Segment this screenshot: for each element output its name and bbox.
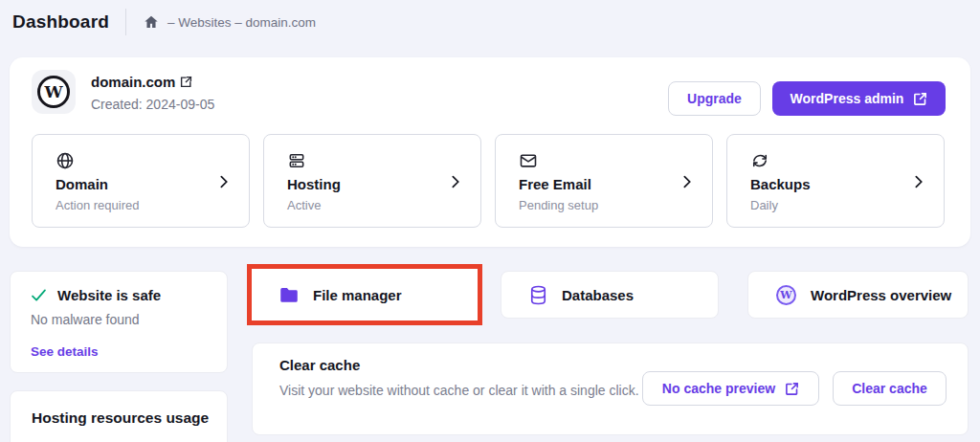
site-overview-card: W domain.com Created: 2024-09-05 Upgrade… (10, 57, 970, 247)
clear-cache-title: Clear cache (279, 357, 360, 373)
service-status: Pending setup (519, 198, 598, 212)
service-title: Hosting (287, 176, 341, 192)
globe-icon (56, 151, 75, 170)
databases-label: Databases (562, 287, 634, 303)
site-created-date: Created: 2024-09-05 (91, 97, 214, 112)
folder-icon (279, 287, 299, 303)
wordpress-logo-icon: W (37, 76, 70, 108)
service-title: Domain (56, 176, 108, 192)
mail-icon (519, 151, 538, 170)
chevron-right-icon (679, 174, 695, 189)
website-safety-card: Website is safe No malware found See det… (10, 271, 228, 373)
check-icon (31, 288, 47, 302)
chevron-right-icon (911, 174, 926, 189)
service-card-hosting[interactable]: Hosting Active (263, 134, 481, 228)
site-domain-link[interactable]: domain.com (91, 74, 175, 90)
service-card-free-email[interactable]: Free Email Pending setup (495, 134, 713, 228)
top-bar: Dashboard – Websites – domain.com (0, 0, 980, 44)
hosting-resources-card: Hosting resources usage (10, 390, 228, 442)
clear-cache-button[interactable]: Clear cache (833, 371, 947, 406)
service-title: Backups (750, 176, 811, 192)
chevron-right-icon (448, 174, 463, 189)
wordpress-admin-label: WordPress admin (791, 91, 904, 106)
site-avatar: W (32, 70, 76, 114)
breadcrumb-path: – Websites – domain.com (167, 15, 316, 30)
databases-button[interactable]: Databases (501, 271, 719, 319)
wordpress-overview-label: WordPress overview (811, 287, 951, 303)
chevron-right-icon (216, 174, 232, 189)
external-link-icon[interactable] (180, 76, 192, 88)
clear-cache-card: Clear cache Visit your website without c… (252, 343, 969, 435)
sync-icon (750, 151, 769, 170)
no-cache-preview-button[interactable]: No cache preview (642, 371, 819, 406)
clear-cache-button-label: Clear cache (852, 381, 927, 396)
clear-cache-description: Visit your website without cache or clea… (279, 379, 655, 403)
service-status: Daily (750, 198, 778, 212)
hosting-resources-title: Hosting resources usage (32, 409, 209, 427)
home-icon[interactable] (144, 14, 159, 30)
safety-status-title: Website is safe (57, 287, 161, 303)
upgrade-button-label: Upgrade (687, 91, 742, 106)
external-link-icon (785, 382, 799, 396)
file-manager-button[interactable]: File manager (253, 270, 477, 320)
page-title: Dashboard (12, 11, 109, 33)
topbar-divider (125, 9, 126, 35)
service-status: Active (287, 198, 321, 212)
upgrade-button[interactable]: Upgrade (668, 81, 761, 116)
server-icon (287, 151, 306, 170)
no-cache-preview-label: No cache preview (662, 381, 775, 396)
service-status: Action required (56, 198, 139, 212)
external-link-icon (913, 92, 927, 106)
breadcrumb[interactable]: – Websites – domain.com (144, 14, 316, 30)
wordpress-admin-button[interactable]: WordPress admin (772, 81, 946, 116)
database-icon (529, 285, 547, 305)
service-title: Free Email (519, 176, 591, 192)
service-card-domain[interactable]: Domain Action required (32, 134, 250, 228)
see-details-link[interactable]: See details (31, 344, 99, 359)
wordpress-overview-button[interactable]: W WordPress overview (747, 271, 969, 319)
file-manager-highlight-box: File manager (247, 264, 482, 325)
service-card-backups[interactable]: Backups Daily (726, 134, 945, 228)
file-manager-label: File manager (313, 287, 402, 303)
wordpress-icon: W (776, 285, 796, 305)
safety-status-subtitle: No malware found (31, 312, 140, 327)
